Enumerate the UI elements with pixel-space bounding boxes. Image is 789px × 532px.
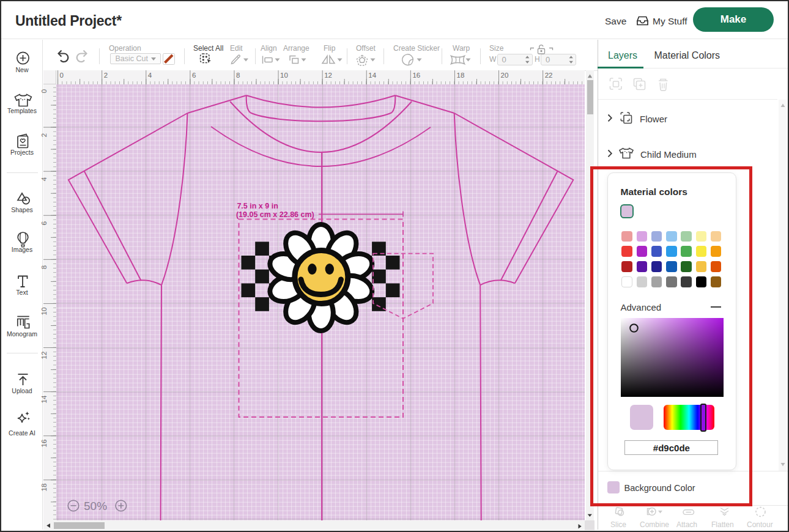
svg-text:(19.05 cm x 22.86 cm): (19.05 cm x 22.86 cm) [236,210,314,219]
svg-text:7.5 in x 9 in: 7.5 in x 9 in [237,202,278,210]
svg-text:50%: 50% [84,500,107,512]
